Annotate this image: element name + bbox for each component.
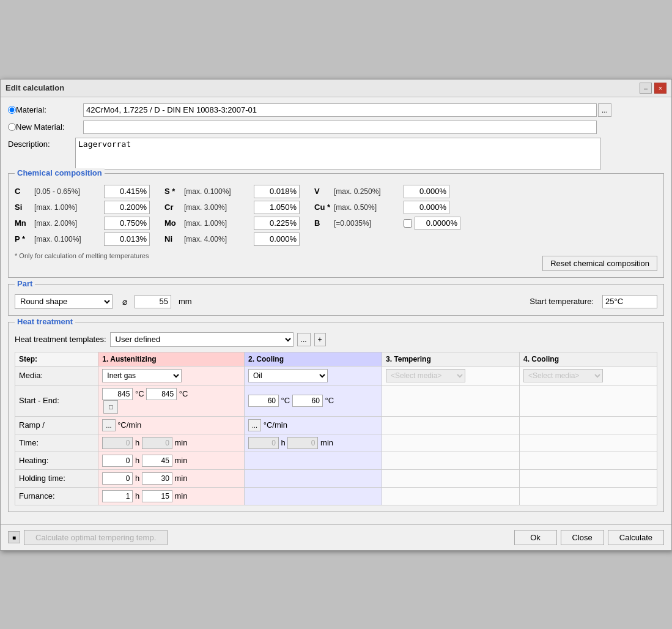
material-input[interactable]: 42CrMo4, 1.7225 / D - DIN EN 10083-3:200… <box>83 103 597 117</box>
chem-b-input[interactable] <box>415 217 460 230</box>
step-2-header: 2. Cooling <box>244 352 382 366</box>
step1-heating-h[interactable] <box>102 455 133 467</box>
step1-end-temp-input[interactable] <box>146 388 177 400</box>
chem-mo-input[interactable] <box>254 217 300 230</box>
material-label: Material: <box>16 105 83 114</box>
shape-dropdown[interactable]: Round shape Flat shape Cylinder <box>15 294 113 309</box>
step1-holding-min[interactable] <box>142 472 172 485</box>
ht-add-button[interactable]: + <box>314 333 326 346</box>
step-1-header: 1. Austenitizing <box>98 352 245 366</box>
bottom-bar: ■ Calculate optimal tempering temp. Ok C… <box>1 524 671 550</box>
heating-label: Heating: <box>15 452 98 469</box>
close-button[interactable]: × <box>654 83 666 94</box>
step1-holding-h-unit: h <box>135 474 139 483</box>
chem-b-checkbox[interactable] <box>404 219 412 228</box>
new-material-radio[interactable] <box>8 123 16 131</box>
chem-c-label: C <box>15 187 32 196</box>
media-row: Media: Inert gas Air Vacuum Oil Water Ai… <box>15 366 657 385</box>
step1-ramp-cell: ... °C/min <box>98 416 245 434</box>
chem-p-label: P * <box>15 234 32 244</box>
step1-heating-cell: h min <box>98 452 245 469</box>
ramp-label: Ramp / <box>15 416 98 434</box>
diameter-input[interactable] <box>135 295 171 308</box>
main-window: Edit calculation – × Material: 42CrMo4, … <box>0 79 672 551</box>
step3-heating-cell <box>382 452 519 469</box>
chem-row-2: Si [max. 1.00%] Cr [max. 3.00%] Cu * [ma… <box>15 201 657 214</box>
step1-heating-min[interactable] <box>142 455 172 467</box>
step2-time-min <box>287 437 318 449</box>
step1-ramp-button[interactable]: ... <box>102 419 115 431</box>
ramp-row: Ramp / ... °C/min ... °C/min <box>15 416 657 434</box>
step2-start-unit: °C <box>281 396 290 405</box>
ht-browse-button[interactable]: ... <box>297 333 311 346</box>
step2-end-unit: °C <box>325 396 334 405</box>
close-button-bottom[interactable]: Close <box>561 530 604 545</box>
start-temp-label: Start temperature: <box>530 297 594 306</box>
reset-chemical-composition-button[interactable]: Reset chemical composition <box>542 256 657 271</box>
chemical-composition-title: Chemical composition <box>15 168 105 177</box>
step2-furnance-cell <box>244 487 382 505</box>
chem-si-input[interactable] <box>104 201 150 214</box>
description-label: Description: <box>8 138 75 149</box>
step4-furnance-cell <box>519 487 657 505</box>
step1-media-dropdown[interactable]: Inert gas Air Vacuum <box>102 369 182 382</box>
chem-cu-input[interactable] <box>404 201 449 214</box>
step2-ramp-unit: °C/min <box>264 420 287 430</box>
step2-end-temp-input[interactable] <box>292 395 323 407</box>
new-material-label: New Material: <box>16 122 83 132</box>
step1-end-unit: °C <box>179 389 188 398</box>
chem-s-input[interactable] <box>254 185 300 198</box>
step2-temp-cell: °C °C <box>244 385 382 416</box>
step2-time-h <box>248 437 279 449</box>
step1-furnance-h-unit: h <box>135 491 139 501</box>
chem-p-range: [max. 0.100%] <box>34 235 102 244</box>
step2-start-temp-input[interactable] <box>248 395 279 407</box>
chem-ni-input[interactable] <box>254 233 300 246</box>
step1-furnance-min[interactable] <box>142 490 172 502</box>
chem-cr-input[interactable] <box>254 201 300 214</box>
material-row: Material: 42CrMo4, 1.7225 / D - DIN EN 1… <box>8 103 664 117</box>
start-temp-input[interactable] <box>602 295 657 308</box>
step2-media-dropdown[interactable]: Oil Water Air <box>248 369 328 382</box>
chemical-composition-section: Chemical composition C [0.05 - 0.65%] S … <box>8 173 664 278</box>
calc-optimal-button[interactable]: Calculate optimal tempering temp. <box>24 530 168 545</box>
ht-template-dropdown[interactable]: User defined <box>110 332 294 347</box>
step1-time-h-unit: h <box>135 438 139 447</box>
step4-time-cell <box>519 434 657 452</box>
chem-mn-label: Mn <box>15 218 32 228</box>
step4-media-dropdown[interactable]: <Select media> <box>523 369 603 382</box>
chem-p-input[interactable] <box>104 233 150 246</box>
material-radio[interactable] <box>8 106 16 114</box>
start-end-label: Start - End: <box>15 385 98 416</box>
chem-v-label: V <box>314 187 331 196</box>
chem-mn-input[interactable] <box>104 217 150 230</box>
step1-holding-h[interactable] <box>102 472 133 485</box>
chem-grid-container: C [0.05 - 0.65%] S * [max. 0.100%] V [ma… <box>15 185 657 246</box>
step3-holding-cell <box>382 469 519 487</box>
step4-media-cell: <Select media> <box>519 366 657 385</box>
material-browse-button[interactable]: ... <box>598 103 611 117</box>
step3-media-dropdown[interactable]: <Select media> <box>386 369 465 382</box>
step2-ramp-button[interactable]: ... <box>248 419 261 431</box>
chem-mo-range: [max. 1.00%] <box>184 219 251 228</box>
calculate-button[interactable]: Calculate <box>608 530 664 545</box>
step1-temp-icon-button[interactable]: □ <box>103 400 118 414</box>
chem-v-range: [max. 0.250%] <box>334 187 401 196</box>
new-material-input[interactable] <box>83 121 597 134</box>
chem-c-input[interactable] <box>104 185 150 198</box>
heat-treatment-title: Heat treatment <box>15 317 75 326</box>
ok-button[interactable]: Ok <box>514 530 557 545</box>
minimize-button[interactable]: – <box>640 83 652 94</box>
chem-cu-range: [max. 0.50%] <box>334 203 401 212</box>
description-textarea[interactable]: Lagervorrat <box>75 138 601 169</box>
chem-v-input[interactable] <box>404 185 449 198</box>
step1-ramp-unit: °C/min <box>117 420 141 430</box>
part-title: Part <box>15 279 35 288</box>
step1-start-temp-input[interactable] <box>102 388 133 400</box>
step1-furnance-h[interactable] <box>102 490 133 502</box>
step4-ramp-cell <box>519 416 657 434</box>
calc-optimal-area: ■ Calculate optimal tempering temp. <box>8 530 168 545</box>
part-section: Part Round shape Flat shape Cylinder ⌀ m… <box>8 284 664 316</box>
step1-furnance-min-unit: min <box>174 491 187 501</box>
chem-mn-range: [max. 2.00%] <box>34 219 102 228</box>
